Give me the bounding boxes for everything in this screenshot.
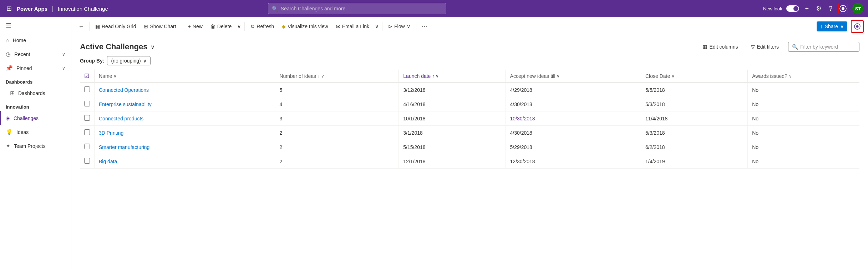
table-header-row: ☑ Name ∨ Number of ideas ↓ bbox=[80, 70, 859, 83]
toolbar-divider bbox=[416, 22, 416, 31]
edit-filters-button[interactable]: ▽ Edit filters bbox=[747, 42, 782, 52]
group-by-label: Group By: bbox=[80, 58, 104, 64]
flow-button[interactable]: ⊳ Flow ∨ bbox=[385, 21, 414, 31]
awards-sort-icon[interactable]: ∨ bbox=[789, 74, 792, 79]
accept-till-sort-icon[interactable]: ∨ bbox=[557, 74, 560, 79]
sidebar-item-pinned[interactable]: 📌 Pinned ∨ bbox=[0, 61, 71, 75]
col-header-name: Name ∨ bbox=[95, 70, 275, 83]
row-name-cell[interactable]: Enterprise sustainability bbox=[95, 97, 275, 111]
name-sort-icon[interactable]: ∨ bbox=[113, 74, 117, 79]
group-by-select[interactable]: (no grouping) ∨ bbox=[107, 56, 150, 65]
row-name-cell[interactable]: Smarter manufacturing bbox=[95, 140, 275, 154]
toolbar-divider bbox=[182, 22, 182, 31]
sidebar-collapse-button[interactable]: ☰ bbox=[0, 17, 71, 34]
search-input[interactable] bbox=[281, 6, 442, 11]
global-search[interactable]: 🔍 bbox=[268, 3, 446, 14]
sidebar-item-home[interactable]: ⌂ Home bbox=[0, 34, 71, 47]
row-accept-till-cell: 4/30/2018 bbox=[506, 126, 641, 140]
keyword-filter[interactable]: 🔍 bbox=[788, 42, 859, 52]
sidebar-item-recent[interactable]: ◷ Recent ∨ bbox=[0, 47, 71, 61]
delete-button[interactable]: 🗑 Delete bbox=[207, 21, 235, 31]
toolbar-divider bbox=[382, 22, 382, 31]
sidebar-item-challenges[interactable]: ◈ Challenges bbox=[0, 111, 71, 125]
header-checkbox-icon[interactable]: ☑ bbox=[84, 73, 89, 79]
row-check-cell bbox=[80, 111, 95, 126]
waffle-icon[interactable]: ⊞ bbox=[4, 3, 14, 15]
more-options-button[interactable]: ⋯ bbox=[418, 20, 431, 33]
num-ideas-sort-asc-icon[interactable]: ↓ bbox=[318, 74, 320, 79]
read-only-grid-button[interactable]: ▦ Read Only Grid bbox=[92, 21, 139, 31]
share-icon: ↑ bbox=[820, 24, 823, 29]
add-icon-btn[interactable]: + bbox=[803, 4, 810, 14]
sidebar-item-team-projects[interactable]: ✦ Team Projects bbox=[0, 139, 71, 153]
col-header-accept-till: Accept new ideas till ∨ bbox=[506, 70, 641, 83]
edit-columns-button[interactable]: ▦ Edit columns bbox=[699, 42, 741, 52]
innovation-section-label: Innovation bbox=[0, 100, 71, 111]
close-date-sort-icon[interactable]: ∨ bbox=[671, 74, 675, 79]
row-awards-cell: No bbox=[748, 140, 859, 154]
row-launch-date-cell: 12/1/2018 bbox=[399, 154, 506, 169]
email-link-button[interactable]: ✉ Email a Link bbox=[333, 21, 373, 31]
group-by-value: (no grouping) bbox=[111, 58, 141, 64]
table-header: ☑ Name ∨ Number of ideas ↓ bbox=[80, 70, 859, 83]
row-launch-date-cell: 5/15/2018 bbox=[399, 140, 506, 154]
refresh-button[interactable]: ↻ Refresh bbox=[247, 21, 278, 31]
row-accept-till-cell: 4/29/2018 bbox=[506, 83, 641, 97]
dashboards-section-label: Dashboards bbox=[0, 75, 71, 86]
num-ideas-sort-dropdown-icon[interactable]: ∨ bbox=[321, 74, 324, 79]
visualize-button[interactable]: ◆ Visualize this view bbox=[278, 21, 331, 31]
row-accept-till-cell: 12/30/2018 bbox=[506, 154, 641, 169]
row-awards-cell: No bbox=[748, 83, 859, 97]
row-accept-till-cell: 10/30/2018 bbox=[506, 111, 641, 126]
sidebar-item-label: Team Projects bbox=[14, 143, 46, 149]
svg-point-3 bbox=[856, 25, 859, 28]
table-row: Enterprise sustainability 4 4/16/2018 4/… bbox=[80, 97, 859, 111]
view-title: Active Challenges bbox=[80, 42, 148, 51]
row-num-ideas-cell: 5 bbox=[275, 83, 399, 97]
chevron-down-icon: ∨ bbox=[62, 66, 65, 71]
launch-date-sort-icon[interactable]: ↑ bbox=[432, 74, 434, 79]
edit-columns-icon: ▦ bbox=[702, 44, 707, 50]
sidebar-item-ideas[interactable]: 💡 Ideas bbox=[0, 125, 71, 139]
keyword-filter-input[interactable] bbox=[800, 44, 856, 50]
row-num-ideas-cell: 2 bbox=[275, 154, 399, 169]
new-look-toggle[interactable] bbox=[786, 5, 799, 12]
share-button[interactable]: ↑ Share ∨ bbox=[817, 21, 847, 31]
copilot-icon-btn[interactable] bbox=[838, 4, 848, 14]
show-chart-button[interactable]: ⊞ Show Chart bbox=[140, 21, 179, 31]
back-button[interactable]: ← bbox=[76, 21, 87, 32]
settings-icon-btn[interactable]: ⚙ bbox=[814, 3, 823, 14]
search-icon: 🔍 bbox=[792, 44, 798, 50]
sidebar-item-label: Pinned bbox=[16, 65, 32, 71]
row-awards-cell: No bbox=[748, 97, 859, 111]
help-icon-btn[interactable]: ? bbox=[827, 4, 834, 14]
col-header-launch-date: Launch date ↑ ∨ bbox=[399, 70, 506, 83]
avatar[interactable]: ST bbox=[852, 3, 864, 14]
row-name-cell[interactable]: 3D Printing bbox=[95, 126, 275, 140]
row-checkbox[interactable] bbox=[84, 158, 90, 164]
delete-dropdown-button[interactable]: ∨ bbox=[236, 21, 242, 31]
row-close-date-cell: 11/4/2018 bbox=[641, 111, 748, 126]
email-dropdown-button[interactable]: ∨ bbox=[374, 21, 380, 31]
row-check-cell bbox=[80, 140, 95, 154]
toolbar-divider bbox=[89, 22, 90, 31]
home-icon: ⌂ bbox=[6, 37, 9, 44]
row-checkbox[interactable] bbox=[84, 115, 90, 121]
team-projects-icon: ✦ bbox=[6, 143, 10, 149]
row-checkbox[interactable] bbox=[84, 101, 90, 106]
row-checkbox[interactable] bbox=[84, 144, 90, 149]
row-name-cell[interactable]: Connected products bbox=[95, 111, 275, 126]
sidebar-item-dashboards[interactable]: ⊞ Dashboards bbox=[0, 86, 71, 100]
row-checkbox[interactable] bbox=[84, 86, 90, 92]
row-name-cell[interactable]: Big data bbox=[95, 154, 275, 169]
row-accept-till-cell: 5/29/2018 bbox=[506, 140, 641, 154]
new-button[interactable]: + New bbox=[184, 21, 206, 31]
group-by-row: Group By: (no grouping) ∨ bbox=[80, 56, 859, 65]
launch-date-dropdown-icon[interactable]: ∨ bbox=[436, 74, 439, 79]
row-checkbox[interactable] bbox=[84, 129, 90, 135]
row-name-cell[interactable]: Connected Operations bbox=[95, 83, 275, 97]
sidebar-item-label: Challenges bbox=[14, 115, 39, 121]
row-close-date-cell: 5/3/2018 bbox=[641, 97, 748, 111]
view-title-chevron-icon[interactable]: ∨ bbox=[151, 44, 155, 50]
copilot-toolbar-icon-btn[interactable] bbox=[851, 20, 864, 33]
